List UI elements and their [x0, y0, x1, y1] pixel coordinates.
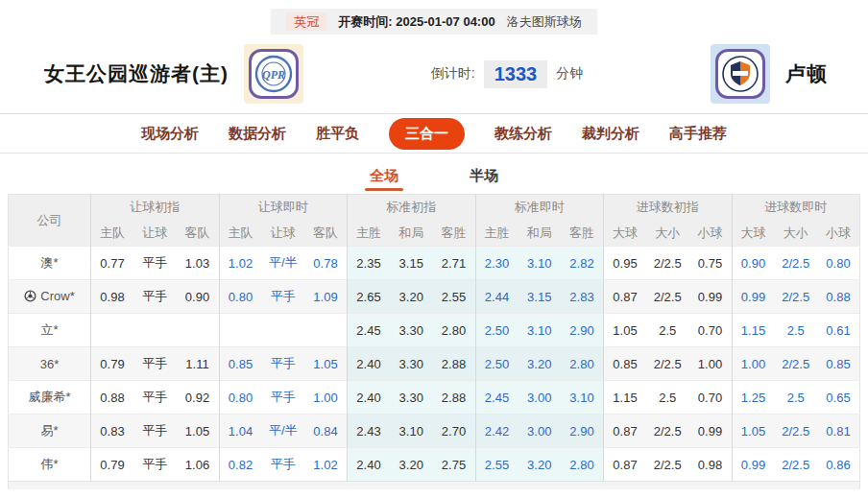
- company-cell: Crow*: [9, 280, 91, 314]
- odds-cell: 3.20: [518, 347, 562, 381]
- odds-cell: 平/半: [262, 247, 305, 280]
- odds-cell: 平/半: [262, 415, 305, 448]
- odds-cell: 0.65: [817, 381, 860, 415]
- sub-column-header: 大小: [646, 221, 689, 247]
- sub-column-header: 主胜: [348, 221, 391, 247]
- odds-cell: [304, 314, 348, 347]
- match-header: 女王公园巡游者(主) QPR 倒计时: 1333 分钟: [0, 35, 868, 113]
- next-row-sliver: [8, 482, 860, 489]
- odds-cell: 1.15: [732, 314, 775, 347]
- odds-cell: [133, 314, 177, 347]
- odds-cell: 2.71: [433, 247, 476, 280]
- odds-table: 公司 让球初指让球即时标准初指标准即时进球数初指进球数即时 主队让球客队主队让球…: [8, 194, 860, 482]
- group-header: 让球即时: [219, 195, 348, 221]
- odds-cell: 0.61: [817, 314, 860, 347]
- sub-column-header: 大球: [732, 221, 775, 247]
- odds-cell: 2/2.5: [775, 448, 818, 482]
- odds-cell: 0.85: [219, 347, 262, 381]
- odds-cell: 2.45: [348, 314, 391, 347]
- sub-column-header: 主队: [219, 221, 262, 247]
- nav-tab-4[interactable]: 三合一: [389, 118, 465, 150]
- odds-cell: 2/2.5: [646, 415, 689, 448]
- odds-cell: 2.65: [348, 280, 391, 314]
- sub-column-header: 主胜: [475, 221, 518, 247]
- company-name: 36*: [40, 357, 60, 371]
- odds-cell: 3.20: [518, 448, 562, 482]
- odds-cell: 0.85: [604, 347, 647, 381]
- nav-tab-2[interactable]: 数据分析: [229, 125, 286, 143]
- odds-cell: 平手: [262, 347, 305, 381]
- odds-cell: 2.50: [475, 314, 518, 347]
- group-header: 标准即时: [475, 195, 604, 221]
- odds-cell: 3.20: [390, 280, 433, 314]
- odds-cell: 0.75: [689, 247, 733, 280]
- odds-cell: 1.06: [177, 448, 220, 482]
- sub-tab-2[interactable]: 半场: [470, 167, 498, 194]
- odds-cell: 平手: [262, 448, 305, 482]
- odds-cell: 2.44: [475, 280, 518, 314]
- odds-cell: 0.86: [817, 448, 860, 482]
- home-team-group: 女王公园巡游者(主) QPR: [44, 44, 303, 104]
- odds-cell: 2.83: [561, 280, 604, 314]
- odds-cell: 0.70: [689, 314, 733, 347]
- nav-tab-5[interactable]: 教练分析: [494, 125, 552, 143]
- odds-cell: [177, 314, 220, 347]
- league-badge: 英冠: [286, 12, 326, 31]
- odds-cell: 1.05: [304, 347, 348, 381]
- odds-cell: 3.10: [518, 247, 562, 280]
- company-name: 伟*: [40, 456, 58, 473]
- sub-tab-1[interactable]: 全场: [370, 167, 398, 194]
- odds-cell: 1.02: [304, 448, 348, 482]
- group-header: 进球数即时: [732, 195, 860, 221]
- home-team-logo: QPR: [244, 44, 303, 104]
- odds-cell: 平手: [133, 247, 177, 280]
- nav-tab-6[interactable]: 裁判分析: [582, 125, 639, 143]
- odds-cell: 1.00: [689, 347, 733, 381]
- sub-column-header: 让球: [133, 221, 177, 247]
- odds-cell: 1.25: [732, 381, 775, 415]
- company-cell: 威廉希*: [9, 381, 91, 415]
- nav-tab-3[interactable]: 胜平负: [316, 125, 359, 143]
- odds-cell: 3.30: [390, 347, 433, 381]
- svg-text:QPR: QPR: [262, 68, 285, 82]
- odds-cell: 0.85: [817, 347, 860, 381]
- odds-cell: 0.95: [604, 247, 647, 280]
- sub-column-header: 客胜: [433, 221, 476, 247]
- kickoff-time: 开赛时间: 2025-01-07 04:00: [338, 13, 494, 31]
- away-team-group: 卢顿: [711, 44, 828, 104]
- table-row: 立*2.453.302.802.503.102.901.052.50.701.1…: [9, 314, 860, 347]
- kickoff-label: 开赛时间:: [338, 14, 392, 29]
- odds-cell: 0.90: [732, 247, 775, 280]
- odds-cell: 2.80: [561, 448, 604, 482]
- odds-cell: 2.88: [433, 381, 476, 415]
- nav-tab-1[interactable]: 现场分析: [141, 125, 199, 143]
- odds-cell: 2.40: [348, 381, 391, 415]
- odds-cell: 平手: [133, 415, 177, 448]
- odds-cell: 2.40: [348, 347, 391, 381]
- odds-cell: 平手: [262, 280, 305, 314]
- company-name: 立*: [40, 321, 58, 339]
- odds-cell: 2.5: [646, 314, 689, 347]
- soccer-ball-icon: [24, 290, 36, 302]
- odds-cell: 0.87: [604, 448, 647, 482]
- odds-cell: 2.82: [561, 247, 604, 280]
- company-cell: 伟*: [9, 448, 91, 482]
- odds-cell: 2/2.5: [646, 448, 689, 482]
- odds-cell: 3.30: [390, 381, 433, 415]
- company-cell: 易*: [9, 415, 91, 448]
- odds-cell: 平手: [133, 381, 177, 415]
- odds-cell: 0.77: [91, 247, 134, 280]
- countdown-label: 倒计时:: [431, 65, 475, 83]
- countdown-unit: 分钟: [556, 65, 583, 83]
- kickoff-value: 2025-01-07 04:00: [396, 14, 494, 29]
- sub-column-header: 客胜: [561, 221, 604, 247]
- odds-cell: 1.04: [219, 415, 262, 448]
- company-cell: 澳*: [9, 247, 91, 280]
- odds-cell: 0.84: [304, 415, 348, 448]
- odds-cell: 3.00: [518, 415, 562, 448]
- nav-tab-7[interactable]: 高手推荐: [669, 125, 727, 143]
- odds-cell: 2.40: [348, 448, 391, 482]
- sub-column-header: 小球: [689, 221, 733, 247]
- odds-cell: 3.20: [390, 448, 433, 482]
- odds-cell: 0.82: [219, 448, 262, 482]
